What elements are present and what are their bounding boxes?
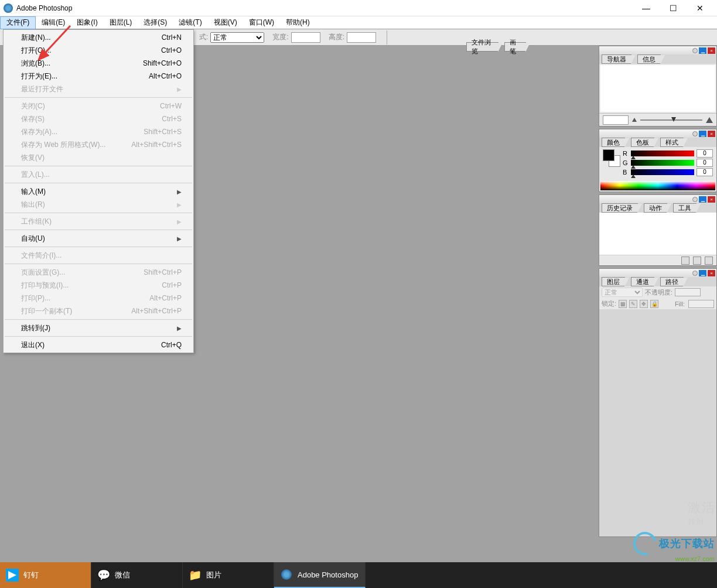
panel-menu-icon[interactable] (692, 197, 698, 202)
menu-item-14[interactable]: 输入(M)▶ (4, 185, 193, 198)
tab-layers[interactable]: 图层 (602, 277, 625, 286)
tab-file-browser[interactable]: 文件浏览 (466, 42, 499, 52)
right-panels: ▁× 导航器 信息 ▁× 颜色 色板 样式 R0 G0 (599, 46, 717, 537)
g-slider[interactable] (631, 160, 694, 166)
width-input[interactable] (291, 32, 320, 43)
tab-color[interactable]: 颜色 (602, 138, 625, 147)
foreground-color-swatch[interactable] (603, 149, 614, 161)
menu-item-23: 页面设置(G)...Shift+Ctrl+P (4, 266, 193, 279)
close-button[interactable]: ✕ (687, 0, 713, 16)
taskbar: 钉钉 💬 微信 📁 图片 Adobe Photoshop (0, 562, 717, 588)
panel-minimize-icon[interactable]: ▁ (699, 196, 706, 203)
taskbar-item-dingtalk[interactable]: 钉钉 (0, 562, 91, 588)
panel-minimize-icon[interactable]: ▁ (699, 47, 706, 54)
tab-paths[interactable]: 路径 (660, 277, 684, 286)
tab-history[interactable]: 历史记录 (602, 203, 638, 213)
panel-menu-icon[interactable] (692, 131, 698, 136)
menu-item-shortcut: Shift+Ctrl+S (144, 128, 182, 136)
menu-item-shortcut: Ctrl+S (162, 115, 182, 123)
panel-close-icon[interactable]: × (708, 47, 715, 54)
fill-input[interactable] (688, 300, 714, 308)
g-value[interactable]: 0 (696, 159, 713, 167)
tab-info[interactable]: 信息 (637, 54, 661, 64)
menu-file[interactable]: 文件(F) (0, 16, 36, 29)
blend-mode-select[interactable]: 正常 (210, 32, 264, 43)
menu-item-19[interactable]: 自动(U)▶ (4, 232, 193, 245)
lock-transparent-icon[interactable]: ▩ (619, 300, 627, 308)
menu-item-0[interactable]: 新建(N)...Ctrl+N (4, 31, 193, 44)
menu-item-30[interactable]: 退出(X)Ctrl+Q (4, 339, 193, 351)
opacity-input[interactable] (675, 288, 701, 296)
tab-brushes[interactable]: 画笔 (504, 42, 526, 52)
menu-filter[interactable]: 滤镜(T) (173, 16, 207, 29)
panel-close-icon[interactable]: × (708, 196, 715, 203)
menu-item-1[interactable]: 打开(O)...Ctrl+O (4, 44, 193, 57)
taskbar-item-pictures[interactable]: 📁 图片 (183, 562, 274, 588)
tab-channels[interactable]: 通道 (631, 277, 654, 286)
menu-item-label: 关闭(C) (21, 101, 45, 111)
panel-close-icon[interactable]: × (708, 131, 715, 137)
menu-item-label: 保存为(A)... (21, 127, 57, 137)
menu-item-label: 退出(X) (21, 340, 45, 350)
trash-icon[interactable] (705, 257, 713, 265)
color-spectrum[interactable] (600, 181, 715, 190)
panel-minimize-icon[interactable]: ▁ (699, 270, 706, 276)
panel-menu-icon[interactable] (692, 48, 698, 53)
menu-item-label: 浏览(B)... (21, 59, 50, 69)
menu-layer[interactable]: 图层(L) (104, 16, 138, 29)
lock-brush-icon[interactable]: ✎ (629, 300, 637, 308)
menu-item-3[interactable]: 打开为(E)...Alt+Ctrl+O (4, 70, 193, 83)
tab-styles[interactable]: 样式 (660, 138, 684, 147)
menu-item-17: 工作组(K)▶ (4, 215, 193, 228)
menu-view[interactable]: 视图(V) (208, 16, 243, 29)
panel-menu-icon[interactable] (692, 271, 698, 276)
channel-r-label: R (623, 150, 629, 157)
b-slider[interactable] (631, 169, 694, 175)
r-value[interactable]: 0 (696, 149, 713, 158)
panel-color: ▁× 颜色 色板 样式 R0 G0 B0 (599, 129, 717, 192)
tab-actions[interactable]: 动作 (644, 203, 667, 213)
zoom-out-icon[interactable] (632, 118, 637, 122)
lock-move-icon[interactable]: ✥ (640, 300, 648, 308)
menu-window[interactable]: 窗口(W) (243, 16, 280, 29)
menu-separator (5, 166, 192, 166)
menu-item-28[interactable]: 跳转到(J)▶ (4, 322, 193, 334)
menu-image[interactable]: 图象(I) (71, 16, 103, 29)
divider (387, 30, 387, 45)
lock-all-icon[interactable]: 🔒 (650, 300, 658, 308)
menu-select[interactable]: 选择(S) (138, 16, 173, 29)
menu-item-21: 文件简介(I)... (4, 249, 193, 262)
taskbar-item-wechat[interactable]: 💬 微信 (91, 562, 183, 588)
channel-b-label: B (623, 169, 629, 176)
new-document-icon[interactable] (681, 257, 689, 265)
tab-swatches[interactable]: 色板 (631, 138, 654, 147)
lock-label: 锁定: (602, 299, 616, 308)
zoom-in-icon[interactable] (706, 117, 713, 123)
menu-item-24: 打印与预览(I)...Ctrl+P (4, 279, 193, 292)
r-slider[interactable] (631, 151, 694, 156)
layer-blend-mode-select[interactable]: 正常 (602, 288, 643, 297)
menu-item-label: 工作组(K) (21, 217, 52, 227)
panel-close-icon[interactable]: × (708, 270, 715, 276)
zoom-slider[interactable] (640, 119, 702, 121)
taskbar-item-photoshop[interactable]: Adobe Photoshop (274, 562, 366, 588)
panel-minimize-icon[interactable]: ▁ (699, 131, 706, 137)
menu-item-label: 页面设置(G)... (21, 268, 65, 278)
menu-item-2[interactable]: 浏览(B)...Shift+Ctrl+O (4, 57, 193, 70)
minimize-button[interactable]: — (633, 0, 660, 16)
menu-item-26: 打印一个副本(T)Alt+Shift+Ctrl+P (4, 305, 193, 317)
menu-separator (5, 97, 192, 98)
tab-tools[interactable]: 工具 (673, 203, 696, 213)
height-input[interactable] (347, 32, 376, 43)
new-snapshot-icon[interactable] (693, 257, 701, 265)
menu-item-label: 文件简介(I)... (21, 251, 62, 261)
zoom-input[interactable] (603, 115, 629, 125)
maximize-button[interactable]: ☐ (660, 0, 687, 16)
menu-help[interactable]: 帮助(H) (280, 16, 316, 29)
menu-edit[interactable]: 编辑(E) (36, 16, 71, 29)
fg-bg-swatches[interactable] (603, 149, 620, 174)
menu-item-label: 打印(P)... (21, 293, 50, 303)
menu-separator (5, 230, 192, 230)
b-value[interactable]: 0 (696, 168, 713, 176)
tab-navigator[interactable]: 导航器 (602, 54, 631, 64)
